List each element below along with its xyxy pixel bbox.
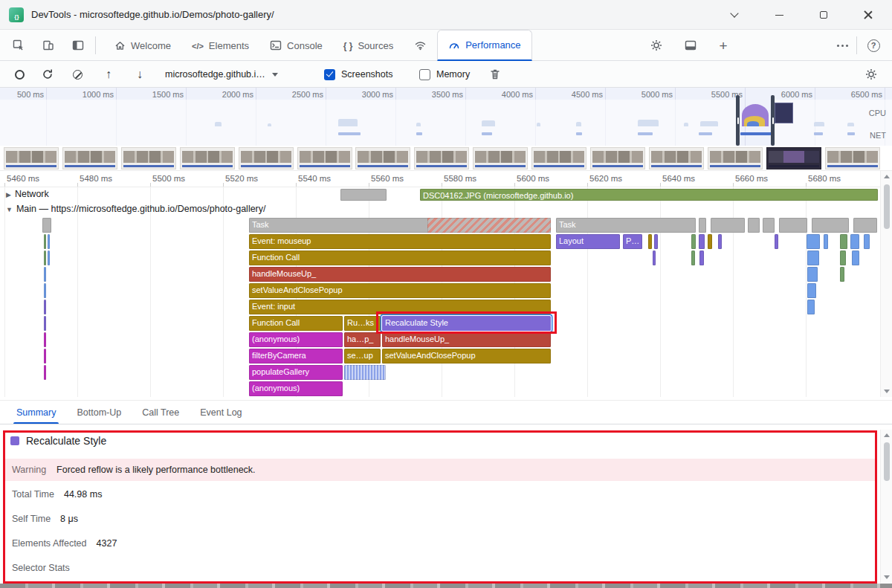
inspect-element-button[interactable] [6, 34, 31, 56]
screenshot-thumbnail[interactable] [4, 147, 59, 169]
screenshots-checkbox[interactable] [324, 69, 335, 80]
scrollbar-thumb[interactable] [884, 184, 890, 229]
device-emulation-button[interactable] [36, 34, 61, 56]
flame-bar[interactable] [864, 234, 870, 249]
scroll-down-button[interactable] [881, 572, 892, 583]
flame-bar[interactable] [824, 234, 828, 249]
flame-bar[interactable] [850, 234, 859, 249]
flame-bar[interactable] [691, 234, 696, 249]
main-section-toggle[interactable]: Main — https://microsoftedge.github.io/D… [6, 204, 266, 214]
tab-welcome[interactable]: Welcome [104, 30, 181, 61]
network-section-toggle[interactable]: Network [6, 189, 49, 199]
tab-sources[interactable]: Sources [333, 30, 404, 61]
maximize-button[interactable] [807, 0, 841, 30]
dock-side-button[interactable] [678, 34, 703, 56]
flame-bar-layout[interactable]: Layout [556, 234, 620, 249]
selection-handle-left[interactable] [736, 95, 740, 146]
scroll-down-button[interactable] [881, 386, 892, 397]
flame-bar[interactable] [44, 267, 46, 282]
tab-bottom-up[interactable]: Bottom-Up [66, 401, 132, 424]
screenshots-checkbox-row[interactable]: Screenshots [324, 63, 392, 85]
flame-bar[interactable] [718, 234, 722, 249]
flame-bar-se-up[interactable]: se…up [344, 349, 381, 364]
minimize-button[interactable] [762, 0, 796, 30]
tab-call-tree[interactable]: Call Tree [132, 401, 190, 424]
flame-bar[interactable] [44, 316, 46, 331]
flame-bar[interactable] [840, 234, 847, 249]
flame-bar-function-call[interactable]: Function Call [249, 251, 551, 265]
flame-bar-task[interactable]: Task [556, 218, 696, 233]
flame-bar[interactable] [344, 365, 386, 380]
flame-bar[interactable] [840, 267, 844, 282]
flame-bar-anonymous[interactable]: (anonymous) [249, 381, 343, 396]
screenshot-thumbnail[interactable] [62, 147, 117, 169]
flame-bar-recalculate-style[interactable]: Recalculate Style [382, 316, 551, 331]
flame-bar[interactable] [779, 218, 807, 233]
flame-bar[interactable] [427, 218, 551, 233]
flame-bar[interactable] [853, 218, 877, 233]
flame-bar-handlemouseup[interactable]: handleMouseUp_ [382, 332, 551, 347]
capture-settings-button[interactable] [859, 63, 883, 85]
screenshot-thumbnail[interactable] [355, 147, 410, 169]
flame-bar[interactable] [840, 251, 846, 265]
load-profile-button[interactable]: ↑ [97, 63, 120, 85]
tab-console[interactable]: Console [259, 30, 333, 61]
flame-bar[interactable] [44, 349, 46, 364]
main-thread-flame-chart[interactable]: TaskTaskEvent: mouseupLayoutP…Function C… [0, 217, 880, 397]
tab-performance[interactable]: Performance [437, 30, 531, 61]
page-selector-dropdown[interactable]: microsoftedge.github.i… [165, 63, 278, 85]
flame-bar[interactable] [812, 218, 849, 233]
flame-bar[interactable] [648, 234, 652, 249]
clear-recording-button[interactable] [65, 63, 89, 85]
panel-layout-button[interactable] [65, 34, 91, 56]
close-button[interactable] [851, 0, 885, 30]
flame-bar[interactable] [44, 283, 46, 298]
tab-summary[interactable]: Summary [6, 401, 66, 424]
scroll-up-button[interactable] [881, 171, 892, 182]
tab-network[interactable] [404, 30, 437, 61]
screenshot-thumbnail[interactable] [121, 147, 176, 169]
flame-bar[interactable] [44, 234, 46, 249]
flame-bar[interactable] [807, 283, 816, 298]
flame-bar[interactable] [48, 251, 50, 265]
settings-button[interactable] [644, 34, 669, 56]
flame-bar-event-input[interactable]: Event: input [249, 300, 551, 314]
summary-field-selector-stats[interactable]: Selector Stats [12, 560, 70, 575]
summary-scrollbar[interactable] [880, 430, 892, 583]
screenshot-thumbnail[interactable] [590, 147, 645, 169]
flame-bar[interactable] [653, 251, 656, 265]
timeline-overview[interactable]: 500 ms1000 ms1500 ms2000 ms2500 ms3000 m… [0, 88, 892, 146]
flame-scrollbar[interactable] [880, 171, 892, 397]
flame-bar[interactable] [44, 251, 46, 265]
screenshot-thumbnail[interactable] [649, 147, 704, 169]
flame-bar[interactable] [708, 234, 712, 249]
flame-bar-dsc04162-jpg-microsoftedge-github-io[interactable]: DSC04162.JPG (microsoftedge.github.io) [420, 189, 878, 201]
flame-bar[interactable] [807, 234, 820, 249]
memory-checkbox[interactable] [419, 69, 430, 80]
flame-bar-event-mouseup[interactable]: Event: mouseup [249, 234, 551, 249]
flame-bar-ha-p[interactable]: ha…p_ [344, 332, 381, 347]
flame-bar-anonymous[interactable]: (anonymous) [249, 332, 343, 347]
flame-bar-setvalueandclosepopup[interactable]: setValueAndClosePopup [249, 283, 551, 298]
flame-bar-setvalueandclosepopup[interactable]: setValueAndClosePopup [382, 349, 551, 364]
flame-bar[interactable] [763, 218, 775, 233]
flame-bar[interactable] [699, 251, 704, 265]
record-button[interactable] [7, 63, 31, 85]
selection-handle-right[interactable] [771, 95, 775, 146]
flame-bar[interactable] [807, 267, 818, 282]
flame-bar[interactable] [775, 234, 778, 249]
flame-bar-ru-ks[interactable]: Ru…ks [344, 316, 381, 331]
flame-bar[interactable] [807, 300, 815, 314]
flame-bar[interactable] [699, 234, 705, 249]
scroll-up-button[interactable] [881, 430, 892, 441]
flame-bar[interactable] [44, 300, 46, 314]
screenshot-thumbnail[interactable] [239, 147, 294, 169]
flame-bar[interactable] [807, 251, 819, 265]
flame-bar-handlemouseup[interactable]: handleMouseUp_ [249, 267, 551, 282]
screenshot-thumbnail[interactable] [531, 147, 586, 169]
reload-and-record-button[interactable] [36, 63, 59, 85]
window-menu-button[interactable] [717, 0, 752, 30]
delete-recording-button[interactable] [483, 63, 507, 85]
screenshot-thumbnail[interactable] [180, 147, 235, 169]
save-profile-button[interactable]: ↓ [128, 63, 152, 85]
